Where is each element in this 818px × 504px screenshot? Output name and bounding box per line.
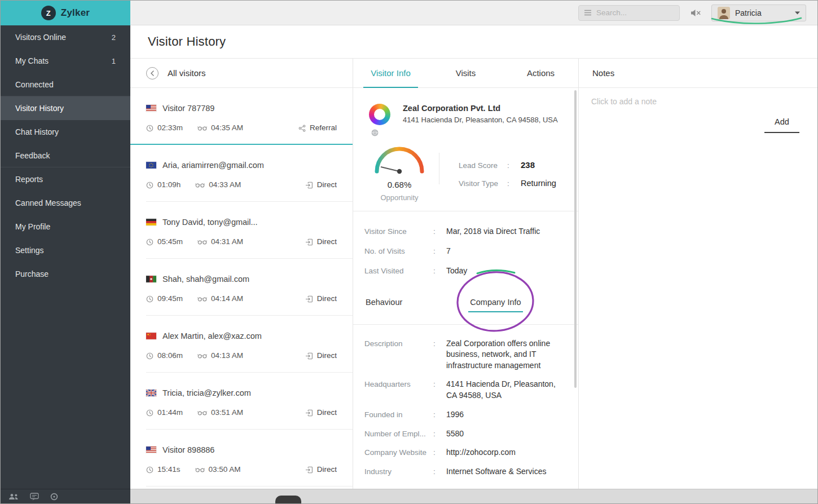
sidebar-item-reports[interactable]: Reports (1, 167, 130, 191)
tab-visits[interactable]: Visits (428, 59, 503, 87)
traffic-source: Direct (317, 180, 337, 189)
brand-logo-icon: Z (41, 6, 56, 20)
sidebar-item-connected[interactable]: Connected (1, 73, 130, 96)
info-row: Founded in : 1996 (364, 409, 564, 421)
visit-time: 04:33 AM (209, 180, 241, 189)
stat-label: Lead Score (459, 161, 507, 170)
traffic-source: Direct (317, 237, 337, 246)
info-label: No. of Visits (364, 246, 433, 257)
sidebar-item-visitor-history[interactable]: Visitor History (1, 96, 130, 120)
page-title: Visitor History (148, 34, 226, 49)
brand-name: Zylker (61, 7, 90, 19)
info-row: Company Website : http://zohocorp.com (364, 447, 564, 458)
visit-info-rows: Visitor Since : Mar, 2018 via Direct Tra… (353, 211, 578, 277)
search-input[interactable] (596, 8, 674, 17)
stat-row: Lead Score : 238 (459, 160, 556, 170)
sidebar-item-visitors-online[interactable]: Visitors Online 2 (1, 25, 130, 49)
agents-icon[interactable] (8, 493, 19, 500)
info-label: Visitor Since (364, 227, 433, 237)
visit-time: 04:35 AM (211, 123, 243, 132)
tab-visitor-info[interactable]: Visitor Info (353, 59, 428, 87)
traffic-source: Referral (310, 123, 337, 132)
sidebar-item-my-profile[interactable]: My Profile (1, 215, 130, 238)
sub-tab-company-info[interactable]: Company Info (470, 298, 521, 307)
sidebar-item-label: Reports (15, 175, 43, 184)
scrollbar[interactable] (574, 90, 577, 388)
sidebar-item-label: Settings (15, 246, 44, 255)
visitor-row[interactable]: Visitor 898886 15:41s 03:50 AM Direct (130, 430, 353, 487)
info-row: Industry : Internet Software & Services (364, 466, 564, 478)
colon: : (433, 339, 446, 350)
back-button[interactable] (146, 67, 159, 79)
colon: : (433, 448, 446, 458)
stat-value: 238 (521, 160, 535, 170)
referral-icon (298, 125, 306, 132)
opportunity-label: Opportunity (380, 193, 418, 202)
visitor-row[interactable]: Tricia, tricia@zylker.com 01:44m 03:51 A… (130, 373, 353, 430)
info-value: 4141 Hacienda Dr, Pleasanton, CA 94588, … (446, 379, 564, 401)
visitor-row[interactable]: Tony David, tony@gmail... 05:45m 04:31 A… (130, 202, 353, 259)
status-ring-icon[interactable] (50, 493, 58, 501)
sidebar-item-purchase[interactable]: Purchase (1, 262, 130, 286)
info-value: http://zohocorp.com (446, 447, 516, 458)
note-input[interactable]: Click to add a note (591, 97, 799, 106)
sidebar-item-label: Visitors Online (15, 33, 66, 42)
info-value: 5580 (446, 428, 464, 440)
add-note-button[interactable]: Add (764, 117, 799, 133)
user-avatar (718, 7, 730, 19)
detail-body: Zeal Corporation Pvt. Ltd 4141 Hacienda … (353, 88, 578, 489)
menu-lines-icon (584, 10, 592, 16)
visitor-row[interactable]: Visitor 787789 02:33m 04:35 AM Referral (130, 88, 353, 145)
visit-time: 03:51 AM (211, 408, 243, 417)
visitor-row[interactable]: Alex Martin, alex@xaz.com 08:06m 04:13 A… (130, 316, 353, 373)
visitor-stats: Lead Score : 238 Visitor Type : Returnin… (439, 145, 556, 202)
colon: : (433, 429, 446, 440)
chevron-down-icon (795, 11, 800, 15)
user-menu[interactable]: Patricia (711, 5, 806, 21)
glasses-icon (197, 239, 207, 245)
direct-icon (305, 182, 313, 189)
visitor-list-panel: All visitors Visitor 787789 02:33m 04:35… (130, 59, 353, 489)
visitor-name: Tricia, tricia@zylker.com (162, 388, 251, 398)
sub-tab-behaviour[interactable]: Behaviour (366, 298, 402, 307)
info-label: Industry (364, 467, 433, 478)
brand-header: Z Zylker (1, 1, 130, 25)
info-row: Last Visited : Today (364, 266, 564, 277)
content: All visitors Visitor 787789 02:33m 04:35… (130, 59, 817, 489)
colon: : (433, 410, 446, 421)
search-box[interactable] (578, 5, 680, 21)
info-value: 7 (446, 246, 451, 257)
bottom-bar (130, 489, 817, 503)
info-row: No. of Visits : 7 (364, 246, 564, 257)
opportunity-value: 0.68% (388, 180, 412, 189)
flag-cn-icon (146, 333, 156, 339)
mute-icon[interactable] (690, 8, 701, 17)
clock-icon (146, 466, 153, 474)
clock-icon (146, 182, 153, 189)
info-value: Zeal Corporation offers online business,… (446, 338, 564, 372)
glasses-icon (195, 182, 205, 188)
screen-artifact (275, 496, 301, 504)
visitor-row[interactable]: Aria, ariamirren@gmail.com 01:09h 04:33 … (130, 145, 353, 202)
info-row: Number of Empl... : 5580 (364, 428, 564, 440)
sidebar-item-canned-messages[interactable]: Canned Messages (1, 191, 130, 215)
chat-panel-icon[interactable] (30, 493, 39, 501)
notes-title: Notes (579, 59, 817, 88)
sidebar-item-label: Canned Messages (15, 198, 81, 207)
user-name: Patricia (735, 8, 762, 17)
sidebar-item-label: Feedback (15, 151, 50, 160)
sidebar-item-feedback[interactable]: Feedback (1, 144, 130, 167)
main-area: Patricia Visitor History All visitors (130, 1, 817, 503)
visitor-name: Tony David, tony@gmail... (162, 217, 258, 227)
sidebar-item-chat-history[interactable]: Chat History (1, 120, 130, 144)
visitor-name: Visitor 787789 (162, 103, 214, 113)
sidebar-item-my-chats[interactable]: My Chats 1 (1, 49, 130, 73)
visitor-row[interactable]: Shah, shah@gmail.com 09:45m 04:14 AM Dir… (130, 259, 353, 316)
tab-actions[interactable]: Actions (503, 59, 578, 87)
sidebar-item-settings[interactable]: Settings (1, 238, 130, 262)
company-name: Zeal Corporation Pvt. Ltd (403, 104, 558, 113)
sidebar-item-label: My Profile (15, 222, 50, 231)
direct-icon (305, 466, 313, 474)
direct-icon (305, 352, 313, 360)
colon: : (433, 227, 446, 237)
